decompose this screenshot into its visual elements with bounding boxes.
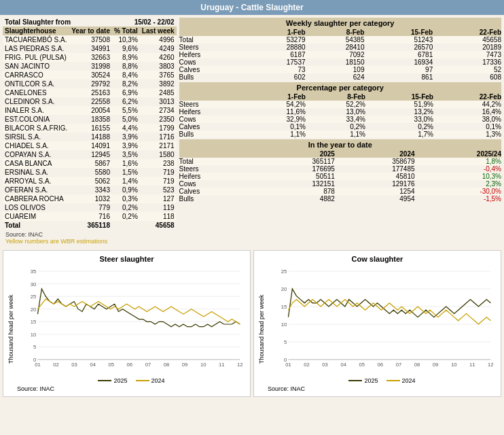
ytd-cell: 177485 — [335, 165, 415, 173]
left-table: Total Slaughter from 15/02 - 22/02 Slaug… — [3, 18, 177, 246]
left-cell: CARRASCO — [3, 71, 69, 80]
weekly-cell: Total — [179, 36, 247, 44]
ytd-cell: 129176 — [335, 180, 415, 188]
svg-text:10: 10 — [281, 321, 287, 328]
weekly-cell: 28410 — [306, 44, 365, 51]
pct-cell: 1,1% — [246, 130, 306, 138]
svg-text:01: 01 — [285, 362, 291, 368]
cow-y-label: Thousand head per week — [258, 266, 265, 392]
steer-chart-container: Steer slaughter Thousand head per week 0… — [3, 250, 251, 397]
pct-cell: Heifers — [179, 108, 246, 116]
left-cell: 16155 — [69, 124, 112, 133]
ytd-cell: -1,5% — [415, 195, 501, 203]
left-cell: 719 — [140, 168, 177, 177]
weekly-cell: Steers — [179, 44, 247, 51]
svg-text:08: 08 — [164, 362, 169, 368]
left-cell: 5062 — [69, 177, 112, 186]
pct-cell: Calves — [179, 123, 246, 130]
weekly-cell: 18150 — [306, 58, 365, 66]
weekly-cell: Heifers — [179, 51, 247, 58]
left-cell: 45658 — [140, 221, 177, 230]
left-cell: 37508 — [69, 35, 112, 44]
svg-text:12: 12 — [488, 362, 493, 368]
left-cell: 719 — [140, 177, 177, 186]
left-cell: 4,4% — [112, 124, 140, 133]
left-cell: 238 — [140, 159, 177, 168]
pct-cell: 33,4% — [306, 116, 365, 123]
weekly-cell: 6781 — [364, 51, 433, 58]
left-cell: CLEDINOR S.A. — [3, 97, 69, 106]
left-cell: CUAREIM — [3, 212, 69, 221]
left-cell: 14188 — [69, 133, 112, 141]
left-cell: 0,2% — [112, 212, 140, 221]
pct-cell: 16,4% — [433, 108, 501, 116]
svg-text:30: 30 — [31, 281, 36, 288]
steer-chart-area: 05101520253035010203040506070809101112 — [17, 266, 246, 375]
svg-text:04: 04 — [90, 362, 95, 368]
svg-text:5: 5 — [284, 339, 287, 345]
svg-text:09: 09 — [182, 362, 187, 368]
left-cell: 118 — [140, 212, 177, 221]
left-cell: 119 — [140, 203, 177, 212]
ytd-cell: 358679 — [335, 158, 415, 165]
left-cell: CANELONES — [3, 88, 69, 97]
pct-cell: 38,0% — [433, 116, 501, 123]
ytd-table: 2025 2024 2025/24 Total3651173586791,8%S… — [179, 150, 501, 203]
left-cell: INALER S.A. — [3, 106, 69, 115]
svg-text:25: 25 — [281, 268, 287, 275]
ytd-cell: Bulls — [179, 195, 255, 203]
charts-row: Steer slaughter Thousand head per week 0… — [0, 249, 504, 400]
weekly-cell: 608 — [433, 73, 501, 81]
left-cell: 1032 — [69, 194, 112, 203]
weekly-cell: 20189 — [433, 44, 501, 51]
left-cell: 2734 — [140, 106, 177, 115]
left-cell: 3343 — [69, 186, 112, 194]
weekly-cell: 52 — [433, 66, 501, 73]
ytd-cell: 878 — [255, 188, 335, 195]
left-cell: 127 — [140, 194, 177, 203]
svg-text:06: 06 — [378, 362, 383, 368]
pct-cell: 0,1% — [246, 123, 306, 130]
ytd-section: In the year to date 2025 2024 2025/24 To… — [179, 139, 501, 203]
left-cell: 1,6% — [112, 159, 140, 168]
ytd-cell: Steers — [179, 165, 255, 173]
steer-source: Source: INAC — [17, 385, 246, 392]
left-cell: COPAYAN S.A. — [3, 150, 69, 159]
left-cell: SAN JACINTO — [3, 62, 69, 71]
ytd-cell: Heifers — [179, 173, 255, 180]
ytd-cell: -0,4% — [415, 165, 501, 173]
left-cell: 3013 — [140, 97, 177, 106]
ytd-cell: 132151 — [255, 180, 335, 188]
left-cell: 2171 — [140, 141, 177, 150]
pct-cell: 1,3% — [433, 130, 501, 138]
left-cell: 31998 — [69, 62, 112, 71]
left-cell: 4260 — [140, 53, 177, 62]
weekly-cell: 73 — [247, 66, 306, 73]
ytd-cell: 176695 — [255, 165, 335, 173]
left-cell: 3,9% — [112, 141, 140, 150]
weekly-cell: 17336 — [433, 58, 501, 66]
left-cell: 30524 — [69, 71, 112, 80]
col-lastweek: Last week — [140, 27, 177, 35]
cow-source: Source: INAC — [268, 385, 497, 392]
pct-cell: 13,2% — [365, 108, 433, 116]
left-cell: 3892 — [140, 80, 177, 88]
left-cell: LAS PIEDRAS S.A. — [3, 44, 69, 53]
left-cell: 523 — [140, 186, 177, 194]
pct-cell: Bulls — [179, 130, 246, 138]
weekly-cell: 45658 — [433, 36, 501, 44]
right-section: Weekly slaughter per category 1-Feb 8-Fe… — [179, 18, 501, 246]
pct-cell: 0,2% — [306, 123, 365, 130]
pct-cell: 13,0% — [306, 108, 365, 116]
steer-legend-2024: 2024 — [136, 377, 165, 384]
cow-legend-2024: 2024 — [386, 377, 416, 384]
left-cell: 34991 — [69, 44, 112, 53]
left-cell: 1,5% — [112, 168, 140, 177]
cow-legend: 2025 2024 — [348, 377, 415, 384]
col-pct: % Total — [112, 27, 140, 35]
pct-cell: 52,2% — [306, 101, 365, 108]
ytd-cell: 1254 — [335, 188, 415, 195]
left-cell: LOS OLIVOS — [3, 203, 69, 212]
svg-text:05: 05 — [109, 362, 114, 368]
weekly-cell: 26570 — [364, 44, 433, 51]
